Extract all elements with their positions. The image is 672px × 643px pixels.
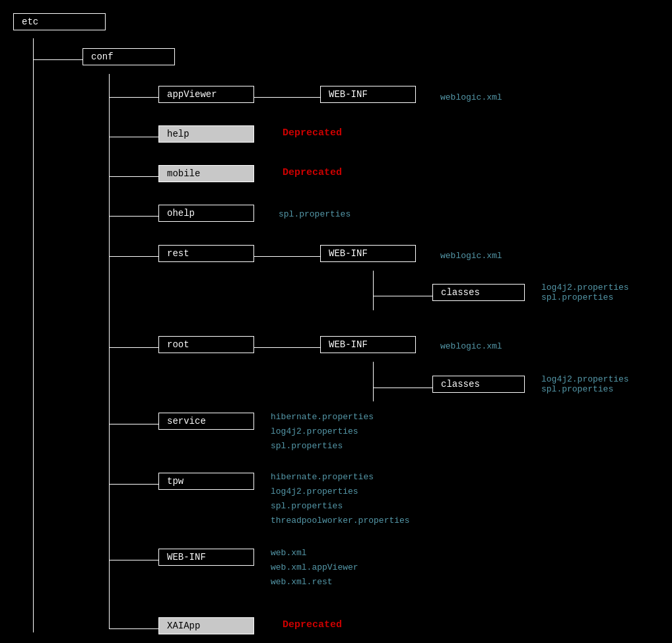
xaiapp-deprecated: Deprecated <box>283 619 342 630</box>
root-log4j2-text: log4j2.properties <box>541 374 629 384</box>
rest-webinf-label: WEB-INF <box>329 248 368 259</box>
etc-node: etc <box>13 13 106 30</box>
etc-vline <box>33 38 34 632</box>
service-files: hibernate.properties log4j2.properties s… <box>271 410 374 454</box>
rest-weblogic-file: weblogic.xml <box>440 251 502 261</box>
service-spl-text: spl.properties <box>271 439 374 454</box>
rest-node: rest <box>158 245 254 262</box>
conf-hline <box>33 59 83 60</box>
tpw-hline <box>109 484 158 485</box>
root-classes-hline <box>373 388 432 388</box>
xaiapp-deprecated-text: Deprecated <box>283 619 342 630</box>
appviewer-hline <box>109 97 158 98</box>
service-node: service <box>158 413 254 430</box>
help-hline <box>109 137 158 137</box>
webinf-webappviewer-text: web.xml.appViewer <box>271 560 358 575</box>
tpw-files: hibernate.properties log4j2.properties s… <box>271 470 410 528</box>
rest-webinf-node: WEB-INF <box>320 245 416 262</box>
rest-classes-label: classes <box>441 287 480 298</box>
ohelp-node: ohelp <box>158 205 254 222</box>
root-hline <box>109 347 158 348</box>
help-deprecated-text: Deprecated <box>283 127 342 139</box>
xaiapp-hline <box>109 628 158 629</box>
ohelp-spl-file: spl.properties <box>279 209 351 219</box>
root-spl-text: spl.properties <box>541 384 629 394</box>
mobile-hline <box>109 176 158 177</box>
webinf-web-text: web.xml <box>271 546 358 560</box>
conf-label: conf <box>91 51 114 62</box>
weblogic-appviewer-text: weblogic.xml <box>440 92 502 102</box>
tpw-node: tpw <box>158 473 254 490</box>
rest-webinf-vline <box>373 271 374 310</box>
rest-classes-node: classes <box>432 284 525 301</box>
rest-label: rest <box>167 248 189 259</box>
root-weblogic-text: weblogic.xml <box>440 341 502 351</box>
root-classes-label: classes <box>441 379 480 389</box>
root-webinf-hline <box>254 347 320 348</box>
webinf-main-hline <box>109 560 158 560</box>
rest-classes-hline <box>373 296 432 296</box>
root-webinf-vline <box>373 362 374 401</box>
appviewer-weblogic-file: weblogic.xml <box>440 92 502 102</box>
root-label: root <box>167 339 189 350</box>
webinf-main-node: WEB-INF <box>158 549 254 566</box>
help-deprecated: Deprecated <box>283 127 342 139</box>
diagram-container: etc conf appViewer WEB-INF weblogic.xml … <box>7 7 667 640</box>
conf-vline <box>109 74 110 628</box>
rest-spl-text: spl.properties <box>541 292 629 302</box>
appviewer-webinf-node: WEB-INF <box>320 86 416 103</box>
tpw-hibernate-text: hibernate.properties <box>271 470 410 485</box>
service-hline <box>109 424 158 424</box>
help-label: help <box>167 129 189 139</box>
webinf-main-label: WEB-INF <box>167 552 206 562</box>
tpw-threadpool-text: threadpoolworker.properties <box>271 514 410 528</box>
root-node: root <box>158 336 254 353</box>
webinf-main-files: web.xml web.xml.appViewer web.xml.rest <box>271 546 358 590</box>
ohelp-hline <box>109 216 158 217</box>
root-webinf-label: WEB-INF <box>329 339 368 350</box>
rest-webinf-hline <box>254 256 320 257</box>
mobile-deprecated: Deprecated <box>283 167 342 178</box>
tpw-spl-text: spl.properties <box>271 499 410 514</box>
mobile-node: mobile <box>158 165 254 182</box>
tpw-log4j2-text: log4j2.properties <box>271 485 410 499</box>
rest-log4j2-text: log4j2.properties <box>541 283 629 292</box>
rest-hline <box>109 256 158 257</box>
help-node: help <box>158 125 254 143</box>
xaiapp-node: XAIApp <box>158 617 254 634</box>
rest-classes-files: log4j2.properties spl.properties <box>541 283 629 302</box>
tpw-label: tpw <box>167 476 184 487</box>
webinf-webrest-text: web.xml.rest <box>271 575 358 590</box>
appviewer-node: appViewer <box>158 86 254 103</box>
root-webinf-node: WEB-INF <box>320 336 416 353</box>
rest-weblogic-text: weblogic.xml <box>440 251 502 261</box>
conf-node: conf <box>83 48 175 65</box>
service-hibernate-text: hibernate.properties <box>271 410 374 424</box>
appviewer-webinf-hline <box>254 97 320 98</box>
appviewer-webinf-label: WEB-INF <box>329 89 368 100</box>
service-label: service <box>167 416 206 426</box>
root-weblogic-file: weblogic.xml <box>440 341 502 351</box>
etc-label: etc <box>22 17 38 27</box>
ohelp-spl-text: spl.properties <box>279 209 351 219</box>
root-classes-files: log4j2.properties spl.properties <box>541 374 629 394</box>
xaiapp-label: XAIApp <box>167 621 200 631</box>
mobile-label: mobile <box>167 168 200 179</box>
appviewer-label: appViewer <box>167 89 217 100</box>
mobile-deprecated-text: Deprecated <box>283 167 342 178</box>
root-classes-node: classes <box>432 376 525 393</box>
ohelp-label: ohelp <box>167 208 195 219</box>
service-log4j2-text: log4j2.properties <box>271 424 374 439</box>
